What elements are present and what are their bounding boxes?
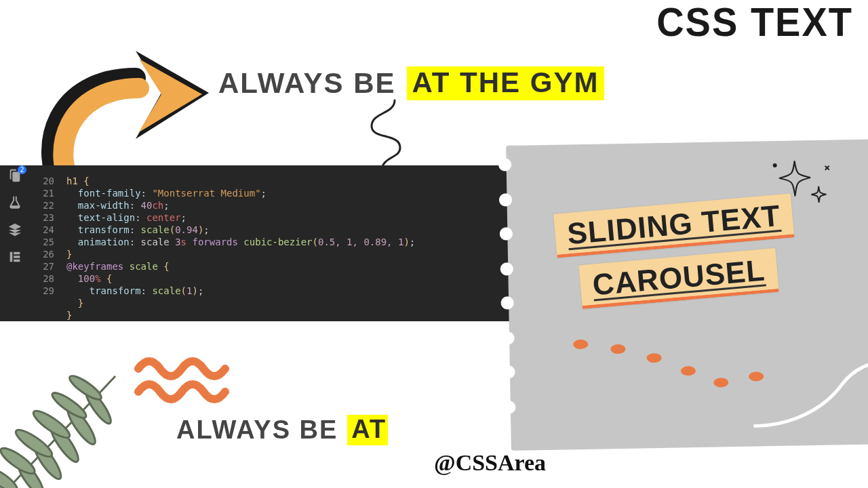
gutter-ln: 22 xyxy=(30,199,54,211)
headline-static: ALWAYS BE xyxy=(176,415,338,445)
curve-line-icon xyxy=(747,349,868,433)
tok: text-align xyxy=(78,212,135,223)
paper-label-line2: CAROUSEL xyxy=(578,248,778,309)
banner-css-text: CSS TEXT xyxy=(656,0,853,45)
svg-point-0 xyxy=(774,164,776,167)
gutter-ln: 28 xyxy=(30,272,54,285)
tok: @keyframes xyxy=(66,261,123,272)
svg-point-12 xyxy=(66,372,104,403)
wavy-lines-icon xyxy=(134,352,229,407)
tok: 40 xyxy=(141,200,153,211)
tok: cubic-bezier xyxy=(243,237,312,247)
tok: 0.5, 1, 0.89, 1 xyxy=(318,237,403,247)
gutter-ln: 24 xyxy=(30,224,54,236)
tok: font-family xyxy=(78,188,141,199)
gutter-ln: 21 xyxy=(30,187,54,199)
tok: } xyxy=(78,298,83,308)
gutter-ln: 29 xyxy=(30,285,54,297)
tok: scale xyxy=(130,261,158,272)
headline-secondary: ALWAYS BE AT xyxy=(176,415,388,445)
elementor-icon[interactable] xyxy=(7,249,22,264)
tok: scale xyxy=(141,224,170,235)
tok: forwards xyxy=(192,237,237,247)
gutter-ln: 20 xyxy=(30,175,54,187)
tok: transform xyxy=(78,224,130,235)
tok: scale xyxy=(152,285,180,296)
tok: max-width xyxy=(78,200,130,211)
layers-icon[interactable] xyxy=(7,222,22,237)
gutter-ln: 23 xyxy=(30,211,54,224)
headline-dynamic-highlighted: AT THE GYM xyxy=(407,66,605,100)
tok: ch xyxy=(152,200,163,211)
editor-iconbar xyxy=(0,165,30,321)
editor-gutter: 20 21 22 23 24 25 26 27 28 29 xyxy=(30,165,58,321)
headline-static: ALWAYS BE xyxy=(218,67,396,100)
tok: center xyxy=(146,212,181,223)
flask-icon[interactable] xyxy=(7,195,22,210)
tok: scale xyxy=(141,237,170,247)
tok: 3 xyxy=(175,237,180,247)
svg-point-10 xyxy=(31,407,73,441)
tok: } xyxy=(66,249,72,260)
tok: } xyxy=(66,310,72,321)
tok: { xyxy=(106,273,112,284)
gutter-ln: 25 xyxy=(30,236,54,248)
gutter-ln: 27 xyxy=(30,260,54,272)
tok: h1 xyxy=(66,176,83,186)
squiggle-connector-icon xyxy=(366,100,407,175)
tok: "Montserrat Medium" xyxy=(152,188,260,199)
headline-dynamic-highlighted: AT xyxy=(347,415,388,445)
tok: animation xyxy=(78,237,130,247)
code-editor-panel: 20 21 22 23 24 25 26 27 28 29 h1 { font-… xyxy=(0,165,512,321)
author-handle: @CSSArea xyxy=(434,450,546,476)
tok: 100 xyxy=(78,273,95,284)
tok: { xyxy=(83,176,89,186)
tok: s xyxy=(181,237,186,247)
paper-card: SLIDING TEXT CAROUSEL xyxy=(506,139,868,451)
headline-main: ALWAYS BE AT THE GYM xyxy=(218,66,604,100)
explorer-icon[interactable] xyxy=(7,168,22,183)
tok: % xyxy=(95,273,100,284)
gutter-ln: 26 xyxy=(30,248,54,260)
tok: transform xyxy=(90,285,141,296)
paper-label-line1: SLIDING TEXT xyxy=(553,193,794,258)
leaf-branch-icon xyxy=(0,352,129,488)
editor-code[interactable]: h1 { font-family: "Montserrat Medium"; m… xyxy=(58,165,415,321)
tok: 0.94 xyxy=(175,224,198,235)
tok: { xyxy=(163,261,169,272)
